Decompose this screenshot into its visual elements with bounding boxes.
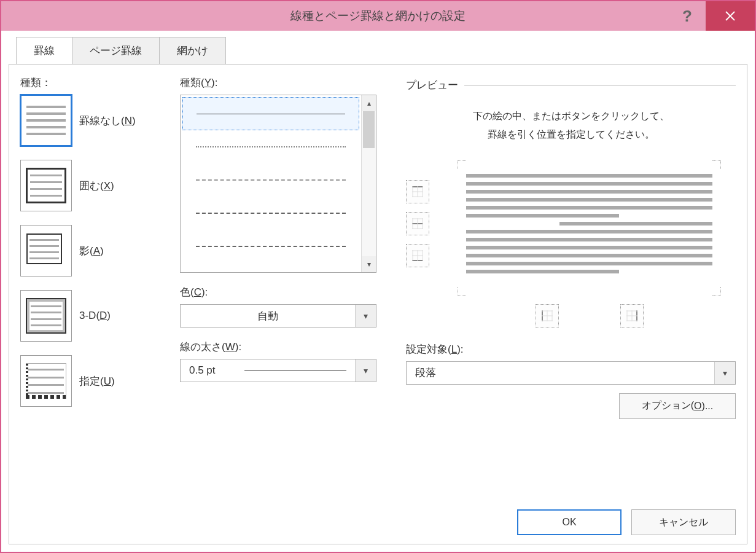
setting-none-label: 罫線なし(N)	[79, 114, 136, 128]
border-top-button[interactable]	[406, 180, 429, 203]
setting-custom-icon	[20, 355, 72, 407]
scroll-track[interactable]	[362, 111, 376, 256]
ok-button[interactable]: OK	[517, 509, 622, 535]
settings-list: 罫線なし(N) 囲む(X)	[20, 95, 180, 407]
style-scrollbar[interactable]: ▴ ▾	[361, 95, 376, 272]
width-value: 0.5 pt	[181, 364, 236, 377]
setting-custom-label: 指定(U)	[79, 374, 115, 388]
color-label: 色(C):	[180, 285, 389, 299]
setting-shadow-label: 影(A)	[79, 244, 104, 258]
apply-to-label: 設定対象(L):	[406, 342, 736, 356]
options-button[interactable]: オプション(O)...	[619, 393, 736, 419]
scroll-up-icon[interactable]: ▴	[362, 95, 376, 111]
width-combo[interactable]: 0.5 pt ▾	[180, 359, 376, 382]
setting-3d-icon	[20, 290, 72, 342]
setting-none-icon	[20, 95, 72, 146]
setting-shadow[interactable]: 影(A)	[20, 225, 180, 276]
setting-3d-label: 3-D(D)	[79, 310, 111, 322]
line-style-solid[interactable]	[182, 97, 359, 130]
chevron-down-icon: ▾	[355, 359, 376, 382]
titlebar: 線種とページ罫線と網かけの設定 ?	[1, 1, 755, 31]
preview-body	[406, 160, 736, 296]
dialog-window: 線種とページ罫線と網かけの設定 ? 罫線 ページ罫線 網かけ 種類：	[0, 0, 756, 553]
setting-none[interactable]: 罫線なし(N)	[20, 95, 180, 146]
border-left-icon	[540, 309, 554, 323]
chevron-down-icon: ▾	[355, 305, 376, 327]
apply-to-combo[interactable]: 段落 ▾	[406, 361, 736, 385]
dialog-footer: OK キャンセル	[517, 509, 736, 535]
border-bottom-button[interactable]	[406, 244, 429, 267]
setting-custom[interactable]: 指定(U)	[20, 355, 180, 407]
border-top-icon	[411, 185, 424, 198]
line-style-options	[181, 95, 361, 272]
corner-marker	[458, 160, 466, 169]
tab-borders[interactable]: 罫線	[16, 37, 72, 65]
border-middle-icon	[411, 217, 424, 230]
scroll-down-icon[interactable]: ▾	[362, 256, 376, 272]
setting-box-label: 囲む(X)	[79, 179, 114, 193]
corner-marker	[712, 160, 721, 169]
chevron-down-icon: ▾	[714, 362, 735, 384]
color-value: 自動	[181, 309, 355, 323]
help-button[interactable]: ?	[669, 1, 706, 31]
titlebar-controls: ?	[669, 1, 755, 31]
preview-column: プレビュー 下の絵の中、またはボタンをクリックして、 罫線を引く位置を指定してく…	[389, 76, 736, 490]
preview-fieldset: プレビュー	[406, 78, 736, 92]
color-combo[interactable]: 自動 ▾	[180, 304, 376, 327]
preview-paragraph	[466, 174, 712, 273]
setting-3d[interactable]: 3-D(D)	[20, 290, 180, 342]
style-column: 種類(Y): ▴	[180, 76, 389, 490]
settings-column: 種類： 罫線なし(N)	[20, 76, 180, 490]
preview-side-buttons	[406, 180, 443, 296]
preview-legend: プレビュー	[406, 78, 463, 92]
preview-bottom-buttons	[443, 304, 736, 327]
apply-to-value: 段落	[407, 366, 714, 380]
line-style-dashdot[interactable]	[182, 230, 359, 263]
line-style-dotted[interactable]	[182, 130, 359, 163]
apply-to-group: 設定対象(L): 段落 ▾	[406, 342, 736, 385]
settings-label: 種類：	[20, 76, 180, 90]
tab-content: 種類： 罫線なし(N)	[9, 64, 747, 544]
line-style-dashed[interactable]	[182, 197, 359, 230]
client-area: 罫線 ページ罫線 網かけ 種類： 罫線なし(N)	[1, 31, 755, 552]
tab-page-borders[interactable]: ページ罫線	[72, 37, 160, 65]
color-group: 色(C): 自動 ▾	[180, 285, 389, 327]
line-style-dashed-fine[interactable]	[182, 163, 359, 197]
line-style-list[interactable]: ▴ ▾	[180, 95, 376, 273]
setting-box[interactable]: 囲む(X)	[20, 160, 180, 211]
close-icon	[724, 10, 736, 22]
preview-instructions: 下の絵の中、またはボタンをクリックして、 罫線を引く位置を指定してください。	[406, 107, 736, 144]
scroll-thumb[interactable]	[363, 111, 375, 148]
setting-box-icon	[20, 160, 72, 211]
border-right-icon	[625, 309, 639, 323]
width-sample-line	[244, 371, 346, 371]
border-bottom-icon	[411, 249, 424, 262]
window-title: 線種とページ罫線と網かけの設定	[290, 8, 466, 24]
border-middle-button[interactable]	[406, 212, 429, 235]
width-label: 線の太さ(W):	[180, 340, 389, 354]
close-button[interactable]	[706, 1, 755, 31]
tab-strip: 罫線 ページ罫線 網かけ	[9, 37, 747, 65]
corner-marker	[458, 287, 466, 296]
preview-canvas[interactable]	[449, 160, 730, 296]
columns: 種類： 罫線なし(N)	[20, 76, 736, 490]
cancel-button[interactable]: キャンセル	[631, 509, 736, 535]
options-row: オプション(O)...	[406, 393, 736, 419]
corner-marker	[712, 287, 721, 296]
width-group: 線の太さ(W): 0.5 pt ▾	[180, 340, 389, 382]
border-right-button[interactable]	[620, 304, 644, 327]
setting-shadow-icon	[20, 225, 72, 276]
preview-divider	[464, 85, 736, 86]
border-left-button[interactable]	[536, 304, 559, 327]
style-label: 種類(Y):	[180, 76, 389, 90]
tab-shading[interactable]: 網かけ	[159, 37, 226, 65]
